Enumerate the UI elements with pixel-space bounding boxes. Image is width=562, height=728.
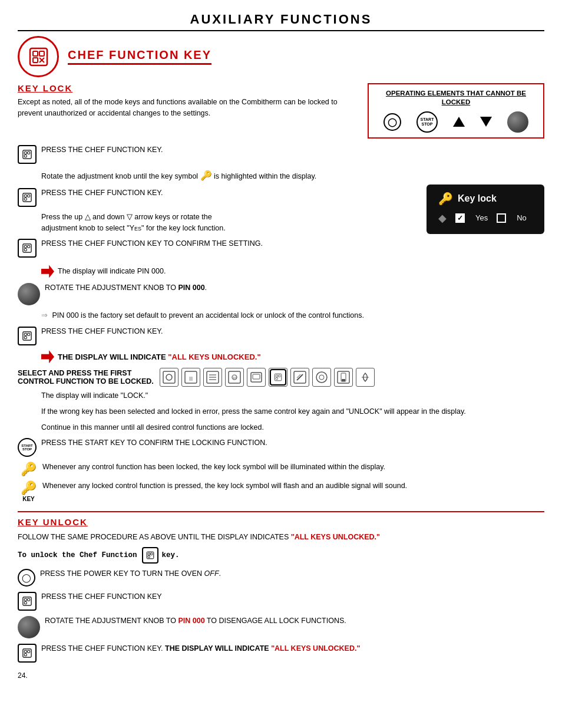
cannot-lock-icons: ◯ STARTSTOP — [376, 111, 536, 133]
no-label: No — [517, 213, 527, 222]
select-press-row: SELECT AND PRESS THE FIRST CONTROL FUNCT… — [18, 368, 544, 387]
cannot-lock-box: OPERATING ELEMENTS THAT CANNOT BE LOCKED… — [368, 83, 544, 139]
key-lock-display-title: 🔑 Key lock — [438, 192, 533, 206]
arrow-icon-pin — [41, 265, 54, 278]
svg-rect-7 — [24, 151, 27, 154]
all-keys-unlocked-ref: "ALL KEYS UNLOCKED." — [291, 533, 380, 541]
svg-rect-54 — [28, 599, 30, 601]
start-stop-icon: STARTSTOP — [416, 111, 438, 133]
svg-rect-14 — [23, 244, 31, 252]
step-2-left: PRESS THE CHEF FUNCTION KEY. Press the u… — [18, 187, 418, 263]
svg-rect-13 — [24, 198, 27, 200]
key-illuminated-row: 🔑 Whenever any control function has been… — [18, 462, 544, 477]
step-4-text: PRESS THE CHEF FUNCTION KEY. — [41, 326, 163, 337]
step-2-area: PRESS THE CHEF FUNCTION KEY. Press the u… — [18, 187, 544, 263]
ctrl-icon-1 — [160, 368, 178, 387]
svg-rect-10 — [23, 193, 31, 202]
power-icon: ◯ — [384, 113, 401, 131]
pin-000-bold: PIN 000 — [178, 284, 204, 292]
key-lock-options: ◆ ✓ Yes No — [438, 212, 533, 225]
start-key-icon: STARTSTOP — [18, 438, 37, 457]
key-unlock-title: KEY UNLOCK — [18, 517, 544, 527]
ctrl-icon-8 — [312, 368, 331, 387]
knob-disengage-icon — [18, 616, 40, 638]
svg-rect-1 — [33, 51, 38, 56]
key-label-group: 🔑 KEY — [21, 480, 37, 502]
rotate-knob-row: ROTATE THE ADJUSTMENT KNOB TO PIN 000. — [18, 282, 544, 305]
chef-key-step5-text: PRESS THE CHEF FUNCTION KEY — [41, 591, 162, 602]
svg-rect-16 — [28, 246, 30, 248]
key-lock-display: 🔑 Key lock ◆ ✓ Yes No — [427, 185, 544, 234]
svg-point-42 — [316, 372, 327, 383]
svg-rect-48 — [147, 552, 154, 559]
svg-rect-35 — [275, 374, 282, 381]
diamond-icon: ◆ — [438, 212, 447, 225]
svg-rect-52 — [23, 597, 31, 605]
arrow-icon-all-keys — [41, 350, 54, 363]
start-key-text: PRESS THE START KEY TO CONFIRM THE LOCKI… — [41, 437, 267, 449]
pin-indicator-text: The display will indicate PIN 000. — [58, 266, 166, 277]
period-after-off: . — [219, 569, 221, 578]
knob-step-icon — [18, 283, 40, 305]
no-checkbox — [497, 213, 506, 223]
chef-key-step5-row: PRESS THE CHEF FUNCTION KEY — [18, 591, 544, 611]
key-lock-title: KEY LOCK — [18, 83, 356, 93]
arrow-up-icon — [453, 117, 465, 127]
key-flash-row: 🔑 KEY Whenever any locked control functi… — [18, 480, 544, 502]
svg-rect-56 — [23, 649, 31, 657]
continue-text: Continue in this manner until all desire… — [41, 422, 544, 433]
step-2-row: PRESS THE CHEF FUNCTION KEY. — [18, 187, 418, 207]
step-1-indent: Rotate the adjustment knob until the key… — [41, 169, 544, 183]
follow-same-procedure: FOLLOW THE SAME PROCEDURE AS ABOVE UNTIL… — [18, 533, 544, 541]
svg-text:10: 10 — [232, 376, 236, 380]
svg-rect-46 — [342, 379, 345, 381]
step-3-row: PRESS THE CHEF FUNCTION KEY TO CONFIRM T… — [18, 238, 418, 258]
chef-icon-circle — [18, 36, 59, 77]
step-1-text: PRESS THE CHEF FUNCTION KEY. — [41, 144, 163, 156]
power-key-icon: ◯ — [18, 569, 35, 587]
wrong-key-text: If the wrong key has been selected and l… — [41, 406, 544, 417]
svg-point-23 — [166, 374, 172, 380]
step-3-container: PRESS THE CHEF FUNCTION KEY TO CONFIRM T… — [18, 238, 418, 258]
unlock-chef-row: To unlock the Chef Function key. — [18, 547, 544, 564]
step-1-row: PRESS THE CHEF FUNCTION KEY. — [18, 144, 544, 164]
power-button: ◯ — [18, 569, 35, 587]
svg-point-43 — [319, 375, 324, 380]
svg-rect-57 — [24, 651, 27, 653]
arrow-down-icon — [480, 117, 492, 127]
svg-rect-58 — [28, 651, 30, 653]
ctrl-icon-7 — [290, 368, 309, 387]
svg-rect-36 — [276, 375, 277, 377]
key-symbol-large: 🔑 — [21, 462, 37, 477]
svg-rect-21 — [24, 337, 27, 339]
step-4-row: PRESS THE CHEF FUNCTION KEY. — [18, 326, 544, 345]
svg-rect-15 — [24, 246, 27, 248]
ctrl-icon-6 — [269, 368, 287, 387]
svg-rect-8 — [28, 151, 30, 154]
svg-text:|||: ||| — [189, 375, 193, 381]
svg-rect-3 — [33, 58, 38, 62]
svg-rect-50 — [150, 554, 152, 555]
svg-rect-12 — [28, 195, 30, 197]
start-key-row: STARTSTOP PRESS THE START KEY TO CONFIRM… — [18, 437, 544, 457]
step-3-chef-icon — [18, 239, 37, 258]
rotate-disengage-row: ROTATE THE ADJUSTMENT KNOB TO PIN 000 TO… — [18, 615, 544, 638]
control-icons-row: ||| 10 — [160, 368, 375, 387]
svg-rect-18 — [23, 332, 31, 340]
step-2-indent: Press the up △ and down ▽ arrow keys or … — [41, 212, 418, 234]
yes-label: Yes — [475, 213, 488, 222]
svg-rect-9 — [24, 155, 27, 157]
key-icon-display: 🔑 — [438, 192, 453, 206]
svg-rect-59 — [24, 654, 27, 656]
display-indicate-text: THE DISPLAY WILL INDICATE "ALL KEYS UNLO… — [58, 353, 261, 361]
ctrl-icon-9 — [334, 368, 353, 387]
rotate-disengage-text: ROTATE THE ADJUSTMENT KNOB TO PIN 000 TO… — [45, 615, 346, 627]
pin-000-disengage: PIN 000 — [178, 617, 204, 625]
power-key-row: ◯ PRESS THE POWER KEY TO TURN THE OVEN O… — [18, 568, 544, 587]
display-lock-text: The display will indicate "LOCK." — [41, 390, 544, 401]
svg-rect-22 — [163, 371, 175, 383]
svg-rect-51 — [148, 556, 150, 558]
step-2-container: PRESS THE CHEF FUNCTION KEY. Press the u… — [18, 187, 418, 234]
chef-key-final-row: PRESS THE CHEF FUNCTION KEY. THE DISPLAY… — [18, 643, 544, 663]
chef-key-final-icon — [18, 644, 37, 663]
